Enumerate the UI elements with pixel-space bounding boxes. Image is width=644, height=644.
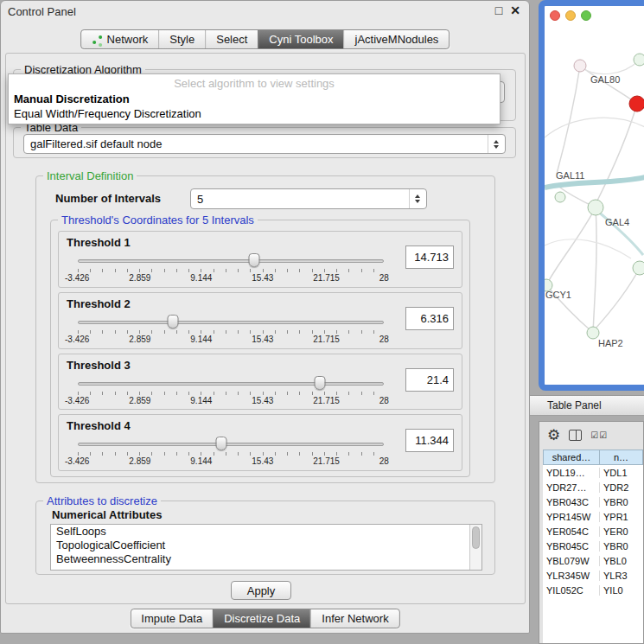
scrollbar-thumb[interactable] <box>472 526 480 549</box>
gear-icon[interactable]: ⚙ <box>547 428 560 443</box>
threshold-value-field[interactable]: 11.344 <box>405 429 454 452</box>
tab-label: Select <box>216 33 247 46</box>
slider-thumb[interactable] <box>249 253 260 267</box>
table-row[interactable]: YBR045CYBR0 <box>543 539 643 553</box>
list-item-betweennesscentrality[interactable]: BetweennessCentrality <box>51 552 481 566</box>
network-node[interactable] <box>629 96 644 112</box>
column-header[interactable]: n… <box>600 450 643 465</box>
scale-tick-label: -3.426 <box>65 396 89 405</box>
threshold-slider[interactable] <box>78 258 384 265</box>
network-edge[interactable] <box>583 60 640 74</box>
float-window-button[interactable]: □ <box>495 3 502 17</box>
slider-ticks <box>78 452 384 456</box>
zoom-traffic-light-icon[interactable] <box>581 10 591 21</box>
threshold-value-field[interactable]: 6.316 <box>405 307 454 330</box>
slider-thumb[interactable] <box>216 437 227 450</box>
select-columns-checkboxes-icon[interactable]: ☑☑ <box>590 430 608 440</box>
table-row[interactable]: YBR043CYBR0 <box>543 494 643 509</box>
slider-thumb[interactable] <box>167 315 178 328</box>
table-cell: YBR045C <box>543 541 600 552</box>
list-item-selfloops[interactable]: SelfLoops <box>51 525 481 539</box>
table-row[interactable]: YDR27…YDR2 <box>543 480 643 494</box>
apply-button[interactable]: Apply <box>231 581 291 600</box>
column-header[interactable]: shared… <box>543 450 600 465</box>
network-node[interactable] <box>588 200 603 215</box>
slider-scale-labels: -3.4262.8599.14415.4321.71528 <box>65 273 389 283</box>
threshold-label: Threshold 1 <box>67 236 131 249</box>
table-header-row: shared… n… <box>543 450 643 465</box>
tab-label: Discretize Data <box>224 612 300 625</box>
network-node[interactable] <box>633 261 644 275</box>
threshold-value-field[interactable]: 14.713 <box>405 245 454 269</box>
attributes-group-label: Attributes to discretize <box>43 494 161 507</box>
num-intervals-combo[interactable]: 5 <box>190 188 427 209</box>
table-body: YDL19…YDL1YDR27…YDR2YBR043CYBR0YPR145WYP… <box>543 465 643 643</box>
table-row[interactable]: YIL052CYIL0 <box>543 583 643 597</box>
slider-track[interactable] <box>78 321 384 324</box>
list-item-topologicalcoefficient[interactable]: TopologicalCoefficient <box>51 539 481 552</box>
threshold-label: Threshold 2 <box>67 297 131 310</box>
network-edge[interactable] <box>593 207 596 333</box>
table-row[interactable]: YPR145WYPR1 <box>543 509 643 524</box>
scale-tick-label: 15.43 <box>252 273 273 283</box>
scale-tick-label: 9.144 <box>190 456 212 466</box>
tab-select[interactable]: Select <box>205 30 258 48</box>
scale-tick-label: 9.144 <box>190 335 212 344</box>
table-panel-title: Table Panel <box>547 399 602 411</box>
network-edge[interactable] <box>546 207 596 285</box>
table-data-combo[interactable]: galFiltered.sif default node <box>23 134 506 154</box>
tab-cyni-toolbox[interactable]: Cyni Toolbox <box>258 30 343 48</box>
network-node[interactable] <box>555 192 565 202</box>
scale-tick-label: 15.43 <box>252 396 273 405</box>
columns-icon[interactable] <box>569 430 582 441</box>
tab-impute-data[interactable]: Impute Data <box>131 609 213 628</box>
threshold-slider[interactable] <box>78 380 384 387</box>
table-row[interactable]: YBL079WYBL0 <box>543 553 643 568</box>
close-window-button[interactable]: ✕ <box>510 3 520 17</box>
network-node-label: GCY1 <box>545 290 571 300</box>
tab-discretize-data[interactable]: Discretize Data <box>213 609 310 628</box>
interval-definition-group: Interval Definition Number of Intervals … <box>35 175 495 483</box>
slider-track[interactable] <box>78 259 384 263</box>
network-node[interactable] <box>587 327 599 339</box>
threshold-slider[interactable] <box>78 319 384 326</box>
network-edge[interactable] <box>595 268 640 329</box>
threshold-box: Threshold 2 -3.4262.8599.14415.4321.7152… <box>58 292 462 349</box>
threshold-box: Threshold 1 -3.4262.8599.14415.4321.7152… <box>58 231 462 288</box>
tab-network[interactable]: Network <box>81 30 159 48</box>
thresholds-group: Threshold's Coordinates for 5 Intervals … <box>50 220 470 477</box>
network-node[interactable] <box>634 54 644 66</box>
table-cell: YBR043C <box>543 497 600 507</box>
table-data-group: Table Data galFiltered.sif default node <box>13 127 516 158</box>
network-node-label: HAP2 <box>598 338 623 348</box>
network-view-window[interactable]: GAL80GAL11GAL4GCY1HAP2 <box>539 0 644 391</box>
network-edge[interactable] <box>545 239 631 258</box>
table-cell: YBL0 <box>600 556 643 566</box>
dropdown-option-equal-width-frequency-discretization[interactable]: Equal Width/Frequency Discretization <box>9 106 500 121</box>
table-cell: YDL1 <box>600 468 643 478</box>
threshold-slider[interactable] <box>78 441 384 448</box>
table-row[interactable]: YDL19…YDL1 <box>543 465 643 480</box>
table-cell: YBL079W <box>543 556 600 566</box>
table-cell: YPR145W <box>543 512 600 522</box>
slider-thumb[interactable] <box>314 376 325 390</box>
minimize-traffic-light-icon[interactable] <box>565 10 576 21</box>
table-row[interactable]: YER054CYER0 <box>543 524 643 539</box>
dropdown-option-manual-discretization[interactable]: Manual Discretization <box>9 92 500 106</box>
close-traffic-light-icon[interactable] <box>550 10 560 21</box>
table-toolbar: ⚙ ☑☑ <box>539 422 643 448</box>
tab-jactivemnodules[interactable]: jActiveMNodules <box>344 30 450 48</box>
scale-tick-label: 28 <box>379 335 389 344</box>
network-edge[interactable] <box>557 66 580 174</box>
attributes-scrollbar[interactable] <box>469 525 481 570</box>
tab-style[interactable]: Style <box>158 30 205 48</box>
tab-infer-network[interactable]: Infer Network <box>310 609 399 628</box>
slider-track[interactable] <box>78 382 384 386</box>
threshold-value-field[interactable]: 21.4 <box>405 368 454 392</box>
window-traffic-lights <box>550 10 591 21</box>
network-node[interactable] <box>574 60 586 72</box>
table-row[interactable]: YLR345WYLR3 <box>543 568 643 583</box>
network-canvas[interactable]: GAL80GAL11GAL4GCY1HAP2 <box>545 25 644 391</box>
slider-track[interactable] <box>78 443 384 446</box>
titlebar: Control Panel □ ✕ <box>1 1 529 23</box>
